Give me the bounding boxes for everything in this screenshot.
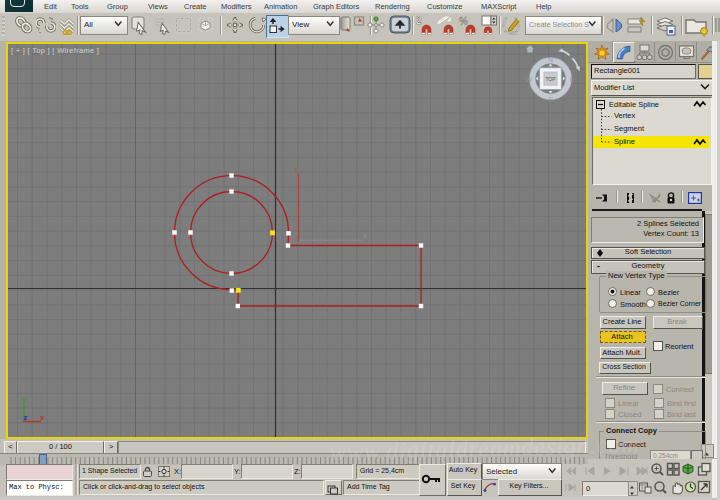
svg-text:y: y [295, 165, 299, 173]
svg-text:z: z [296, 234, 299, 240]
svg-text:ABC: ABC [508, 31, 518, 36]
svg-text:N: N [548, 56, 553, 63]
svg-text:E: E [570, 76, 575, 83]
svg-text:{: { [502, 15, 507, 32]
svg-text:y: y [22, 395, 27, 404]
svg-text:x: x [40, 413, 45, 422]
svg-text:W: W [526, 76, 533, 83]
svg-text:2: 2 [416, 15, 422, 26]
svg-text:%: % [459, 16, 468, 27]
svg-text:z: z [24, 413, 28, 422]
svg-text:x: x [363, 232, 367, 239]
svg-text:S: S [548, 96, 553, 103]
svg-text:TOP: TOP [545, 76, 556, 82]
